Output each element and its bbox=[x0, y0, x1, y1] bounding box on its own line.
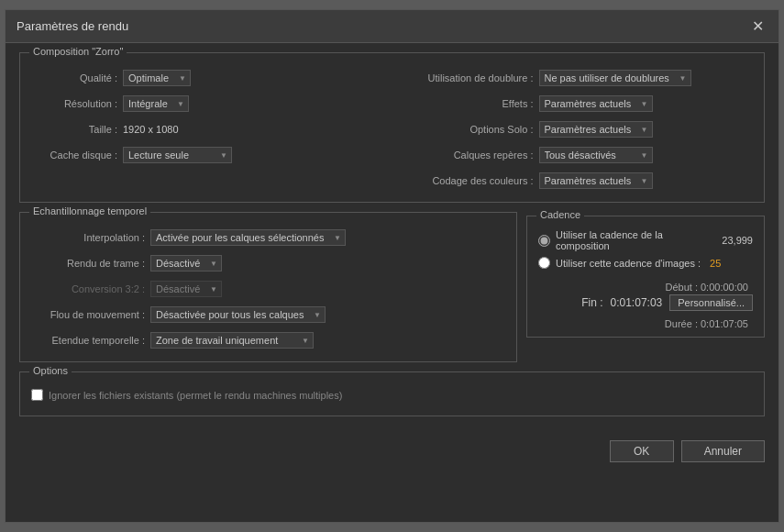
proxy-select-wrapper: Ne pas utiliser de doublures Utiliser le… bbox=[539, 70, 691, 86]
motion-blur-select-wrapper: Désactivée pour tous les calques Activée… bbox=[150, 306, 326, 323]
color-depth-label: Codage des couleurs : bbox=[402, 175, 539, 186]
effects-select-wrapper: Paramètres actuels Tous activés Tous dés… bbox=[539, 95, 653, 112]
ignore-existing-label: Ignorer les fichiers existants (permet l… bbox=[49, 390, 342, 401]
proxy-label: Utilisation de doublure : bbox=[402, 72, 539, 83]
custom-button[interactable]: Personnalisé... bbox=[669, 294, 753, 311]
guide-layers-select-wrapper: Tous désactivés Tous activés Paramètres … bbox=[539, 147, 653, 163]
options-section-title: Options bbox=[29, 365, 72, 376]
effects-row: Effets : Paramètres actuels Tous activés… bbox=[402, 94, 754, 114]
cadence-title: Cadence bbox=[536, 209, 584, 220]
composition-section-title: Composition "Zorro" bbox=[29, 46, 127, 57]
quality-label: Qualité : bbox=[31, 72, 123, 83]
temporal-section-title: Echantillonnage temporel bbox=[29, 205, 150, 216]
duree-label: Durée : bbox=[665, 318, 698, 329]
quality-select[interactable]: Optimale Ebauche Filaire bbox=[123, 70, 191, 86]
quality-select-wrapper: Optimale Ebauche Filaire bbox=[123, 70, 191, 86]
pulldown-label: Conversion 3:2 : bbox=[31, 283, 150, 294]
render-settings-dialog: Paramètres de rendu ✕ Composition "Zorro… bbox=[5, 9, 779, 523]
pulldown-select[interactable]: Désactivé bbox=[150, 281, 222, 297]
size-label: Taille : bbox=[31, 124, 123, 135]
debut-label: Début : bbox=[665, 282, 697, 293]
interpolation-row: Interpolation : Activée pour les calques… bbox=[31, 227, 505, 248]
size-row: Taille : 1920 x 1080 bbox=[31, 119, 383, 139]
disk-cache-label: Cache disque : bbox=[31, 150, 123, 161]
fin-row: Fin : 0:01:07:03 Personnalisé... bbox=[538, 294, 753, 311]
time-span-select-wrapper: Zone de travail uniquement Durée totale … bbox=[150, 332, 314, 349]
quality-row: Qualité : Optimale Ebauche Filaire bbox=[31, 68, 383, 88]
fin-label: Fin : bbox=[581, 296, 602, 309]
cadence-radio2-row: Utiliser cette cadence d'images : 25 bbox=[538, 257, 753, 269]
resolution-label: Résolution : bbox=[31, 98, 123, 109]
cadence-radio1-value: 23,999 bbox=[722, 235, 753, 246]
proxy-row: Utilisation de doublure : Ne pas utilise… bbox=[402, 68, 754, 88]
effects-select[interactable]: Paramètres actuels Tous activés Tous dés… bbox=[539, 95, 653, 112]
pulldown-select-wrapper: Désactivé bbox=[150, 281, 222, 297]
solo-options-label: Options Solo : bbox=[402, 124, 539, 135]
title-bar: Paramètres de rendu ✕ bbox=[6, 10, 778, 43]
motion-blur-select[interactable]: Désactivée pour tous les calques Activée… bbox=[150, 306, 326, 323]
color-depth-select-wrapper: Paramètres actuels 8 bits par couche 16 … bbox=[539, 172, 653, 189]
dialog-footer: OK Annuler bbox=[6, 435, 778, 471]
guide-layers-label: Calques repères : bbox=[402, 150, 539, 161]
cadence-section: Cadence Utiliser la cadence de la compos… bbox=[526, 216, 765, 338]
solo-options-row: Options Solo : Paramètres actuels Tous a… bbox=[402, 119, 754, 139]
field-render-label: Rendu de trame : bbox=[31, 258, 150, 269]
interpolation-select-wrapper: Activée pour les calques sélectionnés Ac… bbox=[150, 229, 346, 246]
motion-blur-row: Flou de mouvement : Désactivée pour tous… bbox=[31, 305, 505, 325]
disk-cache-select[interactable]: Lecture seule En lecture/écriture Désact… bbox=[123, 147, 232, 163]
cadence-radio1-label: Utiliser la cadence de la composition bbox=[556, 229, 712, 251]
close-button[interactable]: ✕ bbox=[748, 17, 767, 35]
time-span-select[interactable]: Zone de travail uniquement Durée totale … bbox=[150, 332, 314, 349]
composition-right-col: Utilisation de doublure : Ne pas utilise… bbox=[402, 68, 754, 191]
cadence-radio1-row: Utiliser la cadence de la composition 23… bbox=[538, 229, 753, 251]
cadence-radio2-value: 25 bbox=[710, 258, 721, 269]
color-depth-select[interactable]: Paramètres actuels 8 bits par couche 16 … bbox=[539, 172, 653, 189]
color-depth-row: Codage des couleurs : Paramètres actuels… bbox=[402, 171, 754, 191]
size-value: 1920 x 1080 bbox=[123, 124, 179, 135]
ignore-existing-checkbox[interactable] bbox=[31, 389, 43, 401]
disk-cache-row: Cache disque : Lecture seule En lecture/… bbox=[31, 145, 383, 165]
cadence-container: Cadence Utiliser la cadence de la compos… bbox=[526, 212, 765, 362]
field-render-select[interactable]: Désactivé Activé bbox=[150, 255, 222, 272]
cadence-radio1[interactable] bbox=[538, 235, 550, 247]
disk-cache-select-wrapper: Lecture seule En lecture/écriture Désact… bbox=[123, 147, 232, 163]
cadence-radio2-label: Utiliser cette cadence d'images : bbox=[556, 258, 701, 269]
fin-value: 0:01:07:03 bbox=[611, 296, 663, 309]
dialog-content: Composition "Zorro" Qualité : Optimale E… bbox=[6, 43, 778, 435]
pulldown-row: Conversion 3:2 : Désactivé bbox=[31, 279, 505, 299]
time-info-block: Début : 0:00:00:00 Fin : 0:01:07:03 Pers… bbox=[538, 282, 753, 329]
debut-info: Début : 0:00:00:00 bbox=[538, 282, 753, 293]
ignore-existing-row: Ignorer les fichiers existants (permet l… bbox=[31, 389, 753, 401]
duree-info: Durée : 0:01:07:05 bbox=[538, 318, 753, 329]
duree-value: 0:01:07:05 bbox=[701, 318, 748, 329]
field-render-select-wrapper: Désactivé Activé bbox=[150, 255, 222, 272]
resolution-select-wrapper: Intégrale Moitié Tiers Quart bbox=[123, 95, 189, 112]
proxy-select[interactable]: Ne pas utiliser de doublures Utiliser le… bbox=[539, 70, 691, 86]
time-span-label: Etendue temporelle : bbox=[31, 335, 150, 346]
resolution-select[interactable]: Intégrale Moitié Tiers Quart bbox=[123, 95, 189, 112]
field-render-row: Rendu de trame : Désactivé Activé bbox=[31, 253, 505, 273]
temporal-section: Echantillonnage temporel Interpolation :… bbox=[19, 212, 517, 362]
interpolation-select[interactable]: Activée pour les calques sélectionnés Ac… bbox=[150, 229, 346, 246]
effects-label: Effets : bbox=[402, 98, 539, 109]
motion-blur-label: Flou de mouvement : bbox=[31, 309, 150, 320]
interpolation-label: Interpolation : bbox=[31, 232, 150, 243]
composition-section: Composition "Zorro" Qualité : Optimale E… bbox=[19, 52, 765, 203]
ok-button[interactable]: OK bbox=[610, 440, 674, 462]
solo-options-select-wrapper: Paramètres actuels Tous activés Tous dés… bbox=[539, 121, 653, 138]
guide-layers-select[interactable]: Tous désactivés Tous activés Paramètres … bbox=[539, 147, 653, 163]
options-section: Options Ignorer les fichiers existants (… bbox=[19, 371, 765, 416]
cancel-button[interactable]: Annuler bbox=[681, 440, 765, 462]
cadence-radio2[interactable] bbox=[538, 257, 550, 269]
guide-layers-row: Calques repères : Tous désactivés Tous a… bbox=[402, 145, 754, 165]
composition-left-col: Qualité : Optimale Ebauche Filaire Résol… bbox=[31, 68, 402, 191]
solo-options-select[interactable]: Paramètres actuels Tous activés Tous dés… bbox=[539, 121, 653, 138]
time-span-row: Etendue temporelle : Zone de travail uni… bbox=[31, 330, 505, 350]
dialog-title: Paramètres de rendu bbox=[17, 19, 128, 33]
resolution-row: Résolution : Intégrale Moitié Tiers Quar… bbox=[31, 94, 383, 114]
debut-value: 0:00:00:00 bbox=[701, 282, 748, 293]
temporal-cadence-row: Echantillonnage temporel Interpolation :… bbox=[19, 212, 765, 371]
